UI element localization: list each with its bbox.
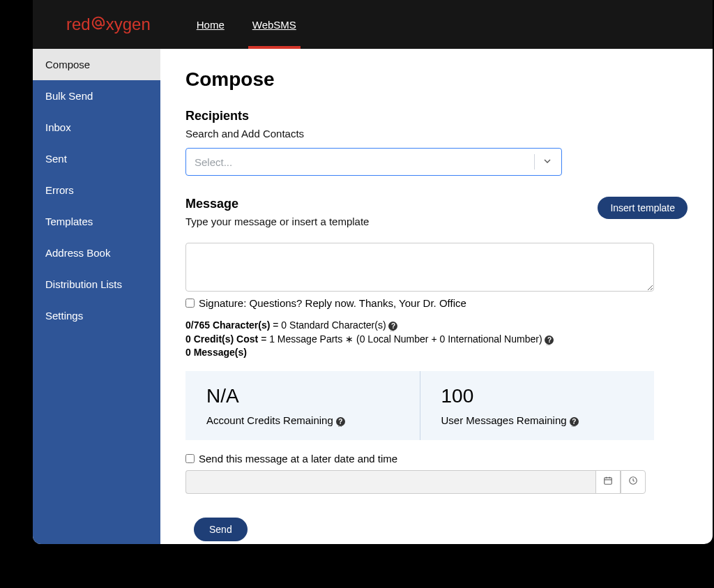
send-button[interactable]: Send: [194, 518, 248, 541]
credit-bold: 0 Credit(s) Cost: [185, 333, 258, 345]
message-heading: Message: [185, 197, 369, 211]
char-count-bold: 0/765 Character(s): [185, 319, 270, 331]
messages-count: 0 Message(s): [185, 347, 247, 358]
clock-icon: [628, 476, 638, 488]
help-icon[interactable]: ?: [388, 322, 397, 331]
help-icon[interactable]: ?: [545, 336, 554, 345]
sidebar-item-templates[interactable]: Templates: [33, 206, 160, 237]
account-credits-value: N/A: [206, 385, 399, 407]
time-button[interactable]: [621, 470, 646, 494]
schedule-row[interactable]: Send this message at a later date and ti…: [185, 453, 688, 465]
sidebar-item-inbox[interactable]: Inbox: [33, 112, 160, 143]
message-hint: Type your message or insert a template: [185, 216, 369, 227]
credit-cards: N/A Account Credits Remaining ? 100 User…: [185, 371, 654, 440]
help-icon[interactable]: ?: [336, 417, 345, 426]
recipients-placeholder: Select...: [195, 156, 232, 168]
recipients-hint: Search and Add Contacts: [185, 128, 688, 140]
datetime-input[interactable]: [185, 470, 595, 494]
nav-home[interactable]: Home: [192, 0, 229, 49]
account-credits-label: Account Credits Remaining: [206, 414, 336, 426]
schedule-label: Send this message at a later date and ti…: [199, 453, 397, 465]
card-account-credits: N/A Account Credits Remaining ?: [185, 371, 420, 440]
help-icon[interactable]: ?: [570, 417, 579, 426]
calendar-icon: [603, 476, 613, 488]
svg-rect-1: [605, 478, 612, 484]
chevron-down-icon: [542, 156, 553, 169]
svg-point-0: [96, 20, 100, 25]
sidebar-item-sent[interactable]: Sent: [33, 143, 160, 174]
top-bar: red xygen Home WebSMS: [33, 0, 713, 49]
insert-template-button[interactable]: Insert template: [598, 197, 688, 219]
message-textarea[interactable]: [185, 243, 654, 292]
recipients-heading: Recipients: [185, 109, 688, 123]
datetime-group: [185, 470, 646, 494]
schedule-checkbox[interactable]: [185, 454, 195, 463]
sidebar-item-address-book[interactable]: Address Book: [33, 237, 160, 269]
sidebar-item-settings[interactable]: Settings: [33, 300, 160, 331]
sidebar-item-errors[interactable]: Errors: [33, 174, 160, 206]
char-count-rest: = 0 Standard Character(s): [273, 319, 388, 331]
select-divider: [534, 154, 535, 169]
brand-at-icon: [91, 15, 106, 35]
nav-websms[interactable]: WebSMS: [248, 0, 301, 49]
brand-text-red: red: [66, 15, 91, 34]
brand-text-xygen: xygen: [106, 15, 151, 34]
sidebar: Compose Bulk Send Inbox Sent Errors Temp…: [33, 49, 160, 544]
stats-block: 0/765 Character(s) = 0 Standard Characte…: [185, 319, 688, 360]
user-messages-value: 100: [441, 385, 634, 407]
sidebar-item-compose[interactable]: Compose: [33, 49, 160, 80]
user-messages-label: User Messages Remaining: [441, 414, 570, 426]
signature-row[interactable]: Signature: Questions? Reply now. Thanks,…: [185, 297, 688, 309]
recipients-select[interactable]: Select...: [185, 148, 562, 176]
sidebar-item-distribution-lists[interactable]: Distribution Lists: [33, 269, 160, 300]
page-title: Compose: [185, 68, 688, 91]
card-user-messages: 100 User Messages Remaining ?: [420, 371, 655, 440]
sidebar-item-bulk-send[interactable]: Bulk Send: [33, 80, 160, 112]
signature-label: Signature: Questions? Reply now. Thanks,…: [199, 297, 466, 309]
signature-checkbox[interactable]: [185, 299, 195, 308]
credit-rest: = 1 Message Parts ∗ (0 Local Number + 0 …: [261, 333, 545, 345]
brand-logo: red xygen: [66, 15, 151, 34]
calendar-button[interactable]: [595, 470, 621, 494]
